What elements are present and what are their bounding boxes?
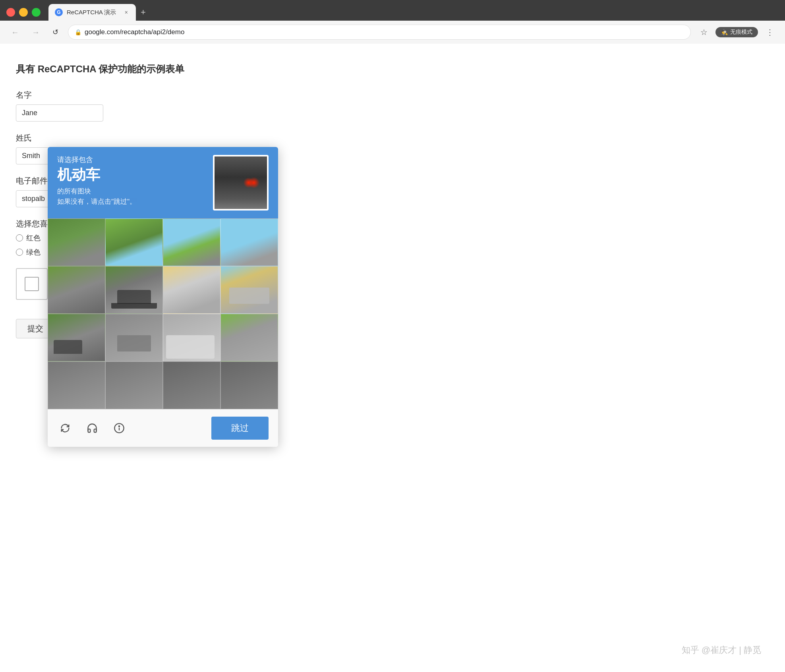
tab-close-button[interactable]: × xyxy=(123,8,130,16)
forward-arrow-icon: → xyxy=(32,28,40,37)
back-button[interactable]: ← xyxy=(8,26,22,39)
page-content: 具有 ReCAPTCHA 保护功能的示例表单 名字 姓氏 电子邮件 选择您喜 红… xyxy=(0,44,785,672)
grid-cell-7[interactable] xyxy=(163,266,220,314)
footer-icons xyxy=(57,420,127,436)
captcha-header: 请选择包含 机动车 的所有图块 如果没有，请点击"跳过"。 xyxy=(48,147,278,218)
captcha-footer: 跳过 xyxy=(48,409,278,447)
close-window-button[interactable] xyxy=(6,8,15,17)
name-input[interactable] xyxy=(16,104,103,122)
tab-title: ReCAPTCHA 演示 xyxy=(67,9,119,16)
window-controls xyxy=(6,8,41,17)
minimize-window-button[interactable] xyxy=(19,8,28,17)
radio-green-input[interactable] xyxy=(16,249,23,256)
new-tab-button[interactable]: + xyxy=(136,4,151,21)
grid-cell-2[interactable] xyxy=(105,218,163,266)
captcha-instructions: 请选择包含 机动车 的所有图块 如果没有，请点击"跳过"。 xyxy=(57,155,205,207)
watermark: 知乎 @崔庆才 | 静觅 xyxy=(682,644,761,656)
audio-button[interactable] xyxy=(84,420,100,436)
recaptcha-widget: 请选择包含 机动车 的所有图块 如果没有，请点击"跳过"。 xyxy=(48,147,278,447)
page-title: 具有 ReCAPTCHA 保护功能的示例表单 xyxy=(16,63,785,75)
captcha-sub-line2: 如果没有，请点击"跳过"。 xyxy=(57,197,205,207)
refresh-icon xyxy=(60,423,71,434)
grid-cell-3[interactable] xyxy=(163,218,220,266)
grid-cell-10[interactable] xyxy=(105,314,163,361)
lastname-label: 姓氏 xyxy=(16,133,785,143)
grid-cell-1[interactable] xyxy=(48,218,105,266)
grid-cell-16[interactable] xyxy=(220,361,278,409)
tab-bar: G ReCAPTCHA 演示 × + xyxy=(0,0,785,21)
grid-cell-9[interactable] xyxy=(48,314,105,361)
headphones-icon xyxy=(87,423,98,434)
captcha-main-label: 机动车 xyxy=(57,166,205,183)
nav-right-controls: ☆ 🕵 无痕模式 ⋮ xyxy=(697,26,777,39)
name-label: 名字 xyxy=(16,90,785,100)
address-bar[interactable]: 🔒 google.com/recaptcha/api2/demo xyxy=(68,25,691,40)
reload-button[interactable]: ↺ xyxy=(49,26,62,38)
grid-cell-11[interactable] xyxy=(163,314,220,361)
address-text: google.com/recaptcha/api2/demo xyxy=(85,28,184,36)
incognito-icon: 🕵 xyxy=(721,29,728,35)
captcha-image-grid xyxy=(48,218,278,409)
incognito-button[interactable]: 🕵 无痕模式 xyxy=(715,27,758,37)
back-arrow-icon: ← xyxy=(11,28,19,37)
info-icon xyxy=(114,423,125,434)
captcha-sub-line1: 的所有图块 xyxy=(57,186,205,197)
radio-red-label: 红色 xyxy=(26,233,41,243)
browser-menu-button[interactable]: ⋮ xyxy=(763,26,777,39)
lock-icon: 🔒 xyxy=(75,29,81,35)
grid-cell-13[interactable] xyxy=(48,361,105,409)
grid-cell-14[interactable] xyxy=(105,361,163,409)
captcha-select-text: 请选择包含 xyxy=(57,155,205,164)
browser-chrome: G ReCAPTCHA 演示 × + ← → ↺ 🔒 google.com/re… xyxy=(0,0,785,44)
grid-cell-15[interactable] xyxy=(163,361,220,409)
tab-favicon: G xyxy=(55,8,63,16)
name-field-section: 名字 xyxy=(16,90,785,122)
radio-green-label: 绿色 xyxy=(26,247,41,257)
radio-red-input[interactable] xyxy=(16,234,23,241)
refresh-button[interactable] xyxy=(57,420,73,436)
grid-cell-12[interactable] xyxy=(220,314,278,361)
maximize-window-button[interactable] xyxy=(32,8,41,17)
bookmark-button[interactable]: ☆ xyxy=(697,26,711,39)
nav-bar: ← → ↺ 🔒 google.com/recaptcha/api2/demo ☆… xyxy=(0,21,785,44)
grid-cell-4[interactable] xyxy=(220,218,278,266)
active-tab[interactable]: G ReCAPTCHA 演示 × xyxy=(48,4,136,21)
recaptcha-checkbox[interactable] xyxy=(16,268,48,300)
skip-button[interactable]: 跳过 xyxy=(211,417,269,440)
grid-cell-6[interactable] xyxy=(105,266,163,314)
svg-point-3 xyxy=(119,426,120,427)
captcha-thumbnail xyxy=(213,155,269,210)
forward-button[interactable]: → xyxy=(29,26,43,39)
incognito-label: 无痕模式 xyxy=(730,29,752,36)
info-button[interactable] xyxy=(111,420,127,436)
grid-cell-8[interactable] xyxy=(220,266,278,314)
checkbox-inner xyxy=(25,277,39,291)
reload-icon: ↺ xyxy=(52,28,58,36)
thumbnail-car-image xyxy=(215,156,267,209)
grid-cell-5[interactable] xyxy=(48,266,105,314)
